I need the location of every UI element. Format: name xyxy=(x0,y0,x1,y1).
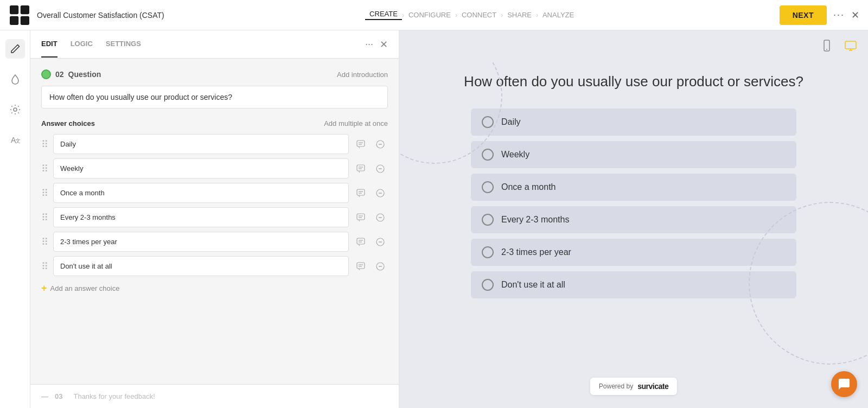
question-text-input[interactable] xyxy=(41,86,388,109)
radio-button-1[interactable] xyxy=(482,149,494,161)
nav-step-analyze[interactable]: ANALYZE xyxy=(538,11,578,19)
choice-comment-icon-4[interactable] xyxy=(353,234,368,250)
choice-remove-icon-0[interactable] xyxy=(373,137,388,152)
preview-question-title: How often do you usually use our product… xyxy=(464,72,803,91)
radio-button-0[interactable] xyxy=(482,116,494,128)
choice-comment-icon-3[interactable] xyxy=(353,210,368,225)
svg-rect-39 xyxy=(845,41,856,49)
nav-step-configure[interactable]: CONFIGURE xyxy=(404,11,455,19)
choice-input-0[interactable] xyxy=(53,134,349,154)
tab-logic[interactable]: LOGIC xyxy=(71,31,93,58)
question-area: 02 Question Add introduction Answer choi… xyxy=(30,59,399,384)
preview-option[interactable]: Daily xyxy=(471,109,796,136)
nav-steps: CREATE › CONFIGURE › CONNECT › SHARE › A… xyxy=(169,10,775,20)
next-button[interactable]: NEXT xyxy=(780,5,827,25)
close-panel-icon[interactable]: ✕ xyxy=(380,39,388,50)
drag-handle-icon[interactable]: ⠿ xyxy=(41,164,49,174)
icon-sidebar: A 文 xyxy=(0,30,30,408)
powered-by-text: Powered by xyxy=(599,382,633,390)
svg-text:文: 文 xyxy=(15,138,21,144)
choice-remove-icon-2[interactable] xyxy=(373,186,388,201)
add-introduction-link[interactable]: Add introduction xyxy=(337,71,388,79)
edit-header-actions: ··· ✕ xyxy=(365,39,388,50)
choice-comment-icon-2[interactable] xyxy=(353,186,368,201)
add-answer-choice-button[interactable]: + Add an answer choice xyxy=(41,280,388,296)
choice-input-5[interactable] xyxy=(53,256,349,276)
survey-title: Overall Customer Satisfaction (CSAT) xyxy=(37,11,164,20)
close-button[interactable]: ✕ xyxy=(851,9,859,21)
powered-by-badge: Powered by survicate xyxy=(590,378,677,395)
preview-option[interactable]: Every 2-3 months xyxy=(471,206,796,233)
nav-step-create[interactable]: CREATE xyxy=(365,10,402,20)
svg-rect-17 xyxy=(357,189,365,195)
nav-actions: NEXT ··· ✕ xyxy=(780,5,859,25)
add-answer-label: Add an answer choice xyxy=(50,284,120,292)
main-layout: A 文 EDIT LOGIC SETTINGS ··· ✕ 02 Questi xyxy=(0,30,868,408)
sidebar-item-edit[interactable] xyxy=(5,39,25,59)
choice-input-2[interactable] xyxy=(53,183,349,203)
radio-button-4[interactable] xyxy=(482,246,494,258)
preview-option[interactable]: Once a month xyxy=(471,174,796,201)
answer-choice-row: ⠿ xyxy=(41,207,388,227)
choice-input-1[interactable] xyxy=(53,158,349,178)
nav-step-connect[interactable]: CONNECT xyxy=(457,11,501,19)
bottom-q-text: Thanks for your feedback! xyxy=(73,392,155,400)
preview-option-label-4: 2-3 times per year xyxy=(501,247,571,257)
more-options-button[interactable]: ··· xyxy=(833,9,845,21)
bottom-q-num-label: 03 xyxy=(55,392,62,400)
drag-handle-icon[interactable]: ⠿ xyxy=(41,213,49,222)
choice-remove-icon-4[interactable] xyxy=(373,234,388,250)
choice-input-4[interactable] xyxy=(53,232,349,252)
chat-icon xyxy=(838,378,851,391)
mobile-preview-button[interactable] xyxy=(818,37,835,54)
question-badge: 02 Question xyxy=(41,69,101,79)
svg-rect-3 xyxy=(21,16,29,24)
radio-button-2[interactable] xyxy=(482,181,494,193)
choice-comment-icon-1[interactable] xyxy=(353,161,368,176)
preview-option-label-5: Don't use it at all xyxy=(501,280,565,290)
preview-options: Daily Weekly Once a month Every 2-3 mont… xyxy=(471,109,796,298)
choice-input-3[interactable] xyxy=(53,207,349,227)
preview-toolbar xyxy=(399,30,868,61)
choice-comment-icon-0[interactable] xyxy=(353,137,368,152)
plus-icon: + xyxy=(41,283,47,294)
radio-button-5[interactable] xyxy=(482,279,494,291)
preview-option[interactable]: Weekly xyxy=(471,141,796,168)
answer-choices-list: ⠿ ⠿ xyxy=(41,134,388,276)
tab-settings[interactable]: SETTINGS xyxy=(106,31,141,58)
preview-option[interactable]: Don't use it at all xyxy=(471,271,796,298)
choice-remove-icon-5[interactable] xyxy=(373,259,388,274)
add-multiple-link[interactable]: Add multiple at once xyxy=(324,119,388,127)
sidebar-item-settings[interactable] xyxy=(5,100,25,119)
radio-button-3[interactable] xyxy=(482,214,494,226)
edit-panel: EDIT LOGIC SETTINGS ··· ✕ 02 Question Ad… xyxy=(30,30,399,408)
chat-support-button[interactable] xyxy=(831,371,857,397)
tab-edit[interactable]: EDIT xyxy=(41,31,58,58)
preview-option[interactable]: 2-3 times per year xyxy=(471,239,796,266)
choice-comment-icon-5[interactable] xyxy=(353,259,368,274)
drag-handle-icon[interactable]: ⠿ xyxy=(41,188,49,198)
sidebar-item-theme[interactable] xyxy=(5,69,25,89)
drag-handle-icon[interactable]: ⠿ xyxy=(41,139,49,149)
more-options-icon[interactable]: ··· xyxy=(365,39,373,50)
bottom-strip: — 03 Thanks for your feedback! xyxy=(30,384,399,408)
desktop-preview-button[interactable] xyxy=(842,37,859,54)
drag-handle-icon[interactable]: ⠿ xyxy=(41,237,49,247)
sidebar-item-translate[interactable]: A 文 xyxy=(5,130,25,150)
svg-point-4 xyxy=(14,108,17,111)
question-header: 02 Question Add introduction xyxy=(41,69,388,79)
gear-icon xyxy=(10,104,21,115)
answer-choices-header: Answer choices Add multiple at once xyxy=(41,119,388,127)
preview-option-label-1: Weekly xyxy=(501,150,529,160)
app-logo[interactable] xyxy=(9,4,30,26)
edit-panel-header: EDIT LOGIC SETTINGS ··· ✕ xyxy=(30,30,399,59)
choice-remove-icon-1[interactable] xyxy=(373,161,388,176)
svg-rect-32 xyxy=(357,263,365,269)
answer-choice-row: ⠿ xyxy=(41,232,388,252)
choice-remove-icon-3[interactable] xyxy=(373,210,388,225)
nav-step-share[interactable]: SHARE xyxy=(503,11,536,19)
droplet-icon xyxy=(10,74,21,85)
svg-rect-2 xyxy=(10,16,18,24)
drag-handle-icon[interactable]: ⠿ xyxy=(41,262,49,271)
answer-choice-row: ⠿ xyxy=(41,183,388,203)
